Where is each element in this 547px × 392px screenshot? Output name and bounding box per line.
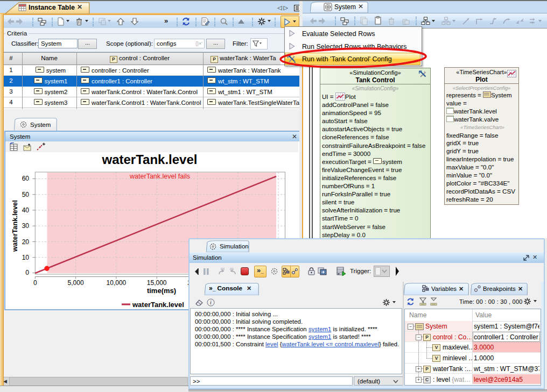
svg-text:0: 0 <box>33 279 37 287</box>
svg-text:50: 50 <box>22 191 30 198</box>
svg-text:0: 0 <box>25 269 29 276</box>
svg-text:5,000: 5,000 <box>68 279 84 287</box>
svg-text:15,000: 15,000 <box>147 279 167 287</box>
svg-text:20: 20 <box>22 238 30 246</box>
svg-text:i: i <box>210 300 212 305</box>
svg-text:60: 60 <box>22 175 30 182</box>
svg-text:40: 40 <box>22 206 30 214</box>
svg-text:waterTank.level fails: waterTank.level fails <box>129 173 190 180</box>
svg-text:10: 10 <box>22 254 30 261</box>
svg-text:time(ms): time(ms) <box>147 287 176 295</box>
svg-text:10,000: 10,000 <box>107 279 127 287</box>
svg-text:30: 30 <box>22 222 30 230</box>
svg-text:waterTank.level: waterTank.level <box>11 200 19 252</box>
svg-text:waterTank.level: waterTank.level <box>132 301 184 309</box>
